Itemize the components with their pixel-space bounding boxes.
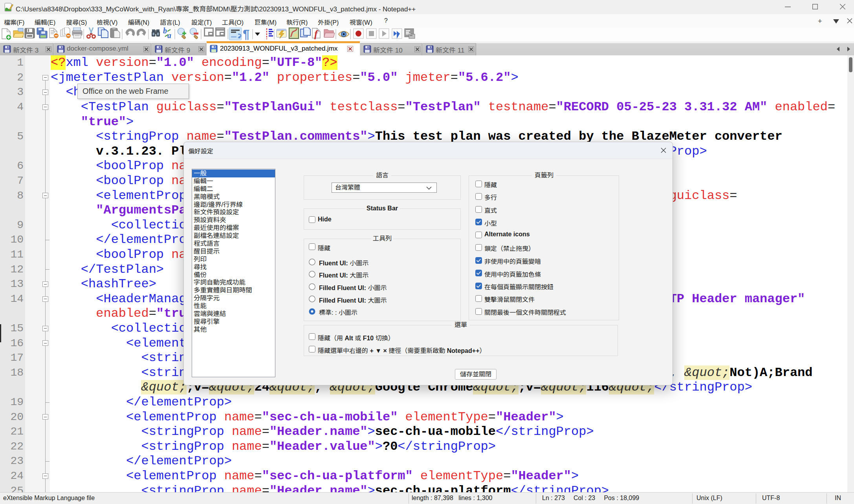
svg-text:a: a xyxy=(167,31,171,40)
svg-text:¶: ¶ xyxy=(243,27,249,41)
svg-text:b: b xyxy=(163,27,167,35)
